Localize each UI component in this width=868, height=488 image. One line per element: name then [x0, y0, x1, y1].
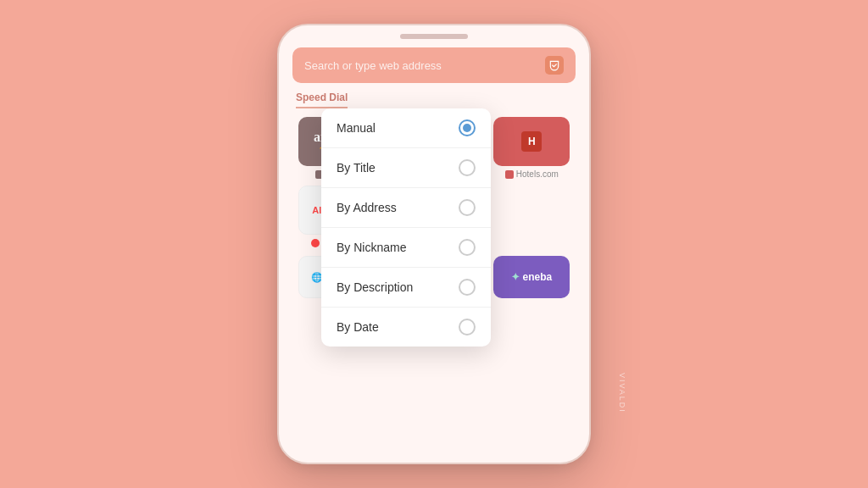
dial-item-hotels[interactable]: H Hotels.com	[487, 117, 577, 179]
hotels-dot	[505, 170, 514, 179]
sort-option-by-date[interactable]: By Date	[321, 308, 491, 347]
dial-label-hotels: Hotels.com	[505, 169, 559, 179]
radio-by-address[interactable]	[459, 199, 476, 216]
vivaldi-watermark: Vivaldi	[618, 373, 626, 413]
sort-option-by-title[interactable]: By Title	[321, 148, 491, 188]
dial-tile-eneba: ✦ eneba	[493, 256, 570, 298]
radio-by-title[interactable]	[459, 159, 476, 176]
phone-notch	[400, 34, 468, 39]
dial-item-eneba[interactable]: ✦ eneba	[487, 256, 577, 298]
sort-option-by-address[interactable]: By Address	[321, 188, 491, 228]
radio-by-date[interactable]	[459, 319, 476, 336]
sort-dropdown[interactable]: Manual By Title By Address By Nickname	[321, 108, 491, 347]
radio-by-description[interactable]	[459, 279, 476, 296]
sort-option-manual[interactable]: Manual	[321, 108, 491, 148]
aliexpress-dot	[311, 239, 320, 247]
address-bar-text: Search or type web address	[304, 59, 442, 72]
radio-by-nickname[interactable]	[459, 239, 476, 256]
dial-tile-hotels: H	[493, 117, 570, 166]
sort-option-by-nickname[interactable]: By Nickname	[321, 228, 491, 268]
address-bar[interactable]: Search or type web address	[292, 47, 576, 83]
hotels-icon: H	[521, 131, 542, 152]
phone-wrapper: Search or type web address Speed Dial am…	[277, 24, 591, 464]
pocket-icon[interactable]	[545, 56, 564, 75]
radio-manual[interactable]	[459, 119, 476, 136]
radio-inner-manual	[463, 124, 471, 132]
phone-frame: Search or type web address Speed Dial am…	[277, 24, 591, 464]
sort-option-by-description[interactable]: By Description	[321, 268, 491, 308]
speed-dial-tab[interactable]: Speed Dial	[296, 92, 348, 108]
